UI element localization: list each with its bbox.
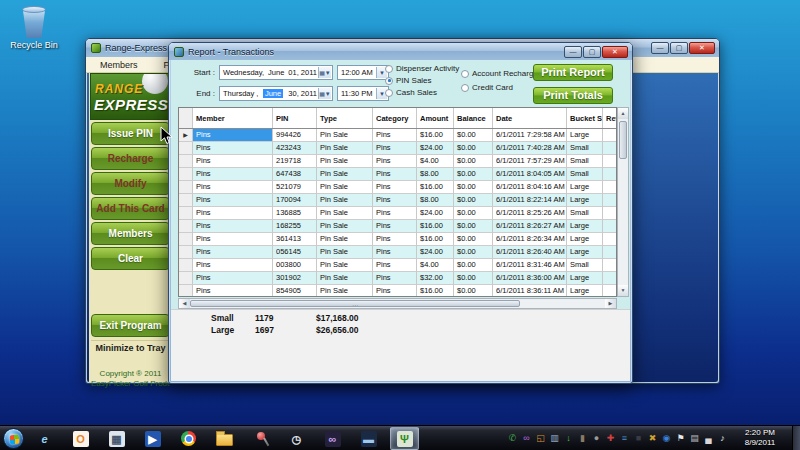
table-row[interactable]: Pins521079Pin SalePins$16.00$0.006/1/201… xyxy=(179,181,616,194)
table-cell[interactable]: $0.00 xyxy=(454,168,493,181)
tray-circle-icon[interactable]: ● xyxy=(591,433,602,444)
table-cell[interactable]: Pins xyxy=(193,207,273,220)
start-day-year[interactable]: 01, 2011 xyxy=(288,68,317,77)
table-cell[interactable]: Pins xyxy=(193,129,273,142)
taskbar-range-express-active[interactable]: Ψ xyxy=(390,427,419,450)
table-cell[interactable]: Small xyxy=(567,142,603,155)
table-cell[interactable]: Pins xyxy=(373,129,417,142)
table-cell[interactable]: 003800 xyxy=(273,259,317,272)
table-cell[interactable]: Large xyxy=(567,194,603,207)
table-cell[interactable]: 6/1/2011 8:04:16 AM xyxy=(493,181,567,194)
table-cell[interactable]: Pins xyxy=(193,246,273,259)
table-cell[interactable]: Pin Sale xyxy=(317,246,373,259)
table-cell[interactable]: Pins xyxy=(193,220,273,233)
table-cell[interactable]: 6/1/2011 8:26:40 AM xyxy=(493,246,567,259)
table-cell[interactable] xyxy=(603,233,617,246)
tray-speaker-icon[interactable]: ♪ xyxy=(717,433,728,444)
main-maximize-button[interactable]: ▢ xyxy=(670,42,688,54)
table-cell[interactable]: $0.00 xyxy=(454,194,493,207)
end-calendar-dropdown-icon[interactable]: ▦▼ xyxy=(318,88,331,99)
row-selector-cell[interactable] xyxy=(179,207,193,220)
table-cell[interactable]: 6/1/2011 8:26:27 AM xyxy=(493,220,567,233)
scroll-right-icon[interactable]: ▶ xyxy=(605,299,616,308)
table-cell[interactable]: 6/1/2011 8:22:14 AM xyxy=(493,194,567,207)
table-cell[interactable]: Large xyxy=(567,129,603,142)
row-selector-cell[interactable] xyxy=(179,168,193,181)
column-header-ref[interactable]: Ref xyxy=(603,108,617,128)
end-day-year[interactable]: 30, 2011 xyxy=(288,89,317,98)
start-time-combo[interactable]: 12:00 AM ▼ xyxy=(337,65,389,80)
taskbar-pushpin[interactable] xyxy=(246,427,275,450)
column-header-amount[interactable]: Amount xyxy=(417,108,454,128)
start-month[interactable]: June xyxy=(264,68,288,77)
table-cell[interactable]: $0.00 xyxy=(454,220,493,233)
table-cell[interactable]: Pin Sale xyxy=(317,233,373,246)
column-header-member[interactable]: Member xyxy=(193,108,273,128)
table-cell[interactable]: 6/1/2011 8:31:46 AM xyxy=(493,259,567,272)
taskbar-media-player[interactable]: ▶ xyxy=(138,427,167,450)
table-cell[interactable]: $24.00 xyxy=(417,207,454,220)
table-cell[interactable] xyxy=(603,259,617,272)
table-cell[interactable]: Pins xyxy=(373,246,417,259)
column-header-category[interactable]: Category xyxy=(373,108,417,128)
table-cell[interactable]: Pins xyxy=(193,155,273,168)
radio-icon[interactable] xyxy=(461,84,469,92)
table-cell[interactable]: $0.00 xyxy=(454,285,493,297)
table-cell[interactable]: $4.00 xyxy=(417,155,454,168)
table-cell[interactable]: Pin Sale xyxy=(317,285,373,297)
table-cell[interactable]: 361413 xyxy=(273,233,317,246)
row-indicator-icon[interactable]: ▶ xyxy=(179,129,193,142)
table-cell[interactable]: Small xyxy=(567,259,603,272)
vertical-scroll-thumb[interactable] xyxy=(619,121,627,159)
table-cell[interactable]: 056145 xyxy=(273,246,317,259)
column-header-balance[interactable]: Balance xyxy=(454,108,493,128)
table-cell[interactable]: $0.00 xyxy=(454,142,493,155)
table-cell[interactable]: 994426 xyxy=(273,129,317,142)
table-row[interactable]: Pins361413Pin SalePins$16.00$0.006/1/201… xyxy=(179,233,616,246)
table-cell[interactable] xyxy=(603,129,617,142)
tray-infinity-icon[interactable]: ∞ xyxy=(521,433,532,444)
table-row[interactable]: Pins136885Pin SalePins$24.00$0.006/1/201… xyxy=(179,207,616,220)
sidebar-button-add-this-card[interactable]: Add This Card xyxy=(91,197,170,220)
table-cell[interactable]: Pins xyxy=(373,285,417,297)
table-cell[interactable]: 6/1/2011 7:29:58 AM xyxy=(493,129,567,142)
table-row[interactable]: Pins647438Pin SalePins$8.00$0.006/1/2011… xyxy=(179,168,616,181)
table-cell[interactable]: Large xyxy=(567,285,603,297)
row-selector-cell[interactable] xyxy=(179,220,193,233)
sidebar-button-recharge[interactable]: Recharge xyxy=(91,147,170,170)
table-row[interactable]: Pins301902Pin SalePins$32.00$0.006/1/201… xyxy=(179,272,616,285)
table-cell[interactable]: Pin Sale xyxy=(317,168,373,181)
start-calendar-dropdown-icon[interactable]: ▦▼ xyxy=(318,67,331,78)
table-cell[interactable] xyxy=(603,220,617,233)
table-cell[interactable]: Large xyxy=(567,220,603,233)
tray-book-icon[interactable]: ▮ xyxy=(577,433,588,444)
tray-server-icon[interactable]: ≡ xyxy=(619,433,630,444)
taskbar-remote-desktop[interactable]: ▬ xyxy=(354,427,383,450)
tray-blue-dot-icon[interactable]: ◉ xyxy=(661,433,672,444)
table-cell[interactable]: $8.00 xyxy=(417,194,454,207)
table-cell[interactable]: Large xyxy=(567,272,603,285)
print-totals-button[interactable]: Print Totals xyxy=(533,87,613,104)
table-cell[interactable]: Pins xyxy=(373,181,417,194)
table-cell[interactable]: 6/1/2011 8:04:05 AM xyxy=(493,168,567,181)
table-cell[interactable]: Pin Sale xyxy=(317,142,373,155)
radio-icon[interactable] xyxy=(385,65,393,73)
table-cell[interactable]: $16.00 xyxy=(417,220,454,233)
end-weekday[interactable]: Thursday , xyxy=(223,89,258,98)
start-button[interactable] xyxy=(3,428,24,449)
tray-grid-icon[interactable]: ▤ xyxy=(689,433,700,444)
table-row[interactable]: Pins056145Pin SalePins$24.00$0.006/1/201… xyxy=(179,246,616,259)
row-selector-cell[interactable] xyxy=(179,246,193,259)
table-cell[interactable] xyxy=(603,194,617,207)
table-cell[interactable]: $16.00 xyxy=(417,233,454,246)
table-cell[interactable]: Pins xyxy=(373,155,417,168)
table-cell[interactable]: Pins xyxy=(193,285,273,297)
sidebar-button-members[interactable]: Members xyxy=(91,222,170,245)
table-cell[interactable]: $16.00 xyxy=(417,129,454,142)
column-header-bucket-size[interactable]: Bucket Size xyxy=(567,108,603,128)
table-horizontal-scrollbar[interactable]: ◀ ⋯ ▶ xyxy=(178,298,617,309)
table-cell[interactable]: Pin Sale xyxy=(317,181,373,194)
column-header-type[interactable]: Type xyxy=(317,108,373,128)
row-selector-cell[interactable] xyxy=(179,272,193,285)
sidebar-button-modify[interactable]: Modify xyxy=(91,172,170,195)
